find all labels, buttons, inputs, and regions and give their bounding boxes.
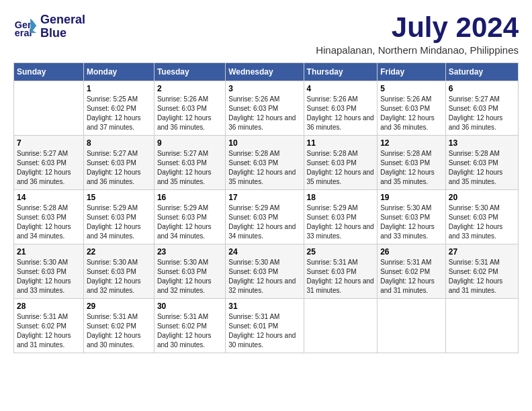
- calendar-table: SundayMondayTuesdayWednesdayThursdayFrid…: [13, 62, 519, 353]
- day-number: 17: [228, 193, 300, 202]
- day-info: Sunrise: 5:27 AMSunset: 6:03 PMDaylight:…: [17, 149, 81, 187]
- day-info: Sunrise: 5:31 AMSunset: 6:02 PMDaylight:…: [17, 312, 81, 350]
- day-info: Sunrise: 5:28 AMSunset: 6:03 PMDaylight:…: [380, 149, 443, 187]
- header: Gen eral General Blue July 2024 Hinapala…: [13, 13, 519, 56]
- week-row-2: 7Sunrise: 5:27 AMSunset: 6:03 PMDaylight…: [14, 136, 519, 190]
- day-number: 12: [380, 138, 443, 148]
- title-area: July 2024 Hinapalanan, Northern Mindanao…: [316, 13, 519, 56]
- day-cell: 17Sunrise: 5:29 AMSunset: 6:03 PMDayligh…: [226, 190, 304, 244]
- day-cell: 3Sunrise: 5:26 AMSunset: 6:03 PMDaylight…: [226, 81, 304, 136]
- day-number: 10: [228, 138, 300, 148]
- header-cell-monday: Monday: [83, 63, 154, 81]
- day-number: 8: [87, 138, 151, 148]
- subtitle: Hinapalanan, Northern Mindanao, Philippi…: [316, 44, 519, 56]
- day-number: 29: [87, 302, 151, 311]
- day-cell: 18Sunrise: 5:29 AMSunset: 6:03 PMDayligh…: [304, 190, 378, 244]
- day-number: 1: [87, 84, 151, 93]
- day-cell: 24Sunrise: 5:30 AMSunset: 6:03 PMDayligh…: [226, 244, 304, 299]
- day-info: Sunrise: 5:30 AMSunset: 6:03 PMDaylight:…: [380, 203, 443, 241]
- day-cell: 23Sunrise: 5:30 AMSunset: 6:03 PMDayligh…: [154, 244, 225, 299]
- header-cell-tuesday: Tuesday: [154, 63, 225, 81]
- day-cell: 13Sunrise: 5:28 AMSunset: 6:03 PMDayligh…: [445, 136, 518, 190]
- day-number: 31: [228, 302, 300, 311]
- week-row-3: 14Sunrise: 5:28 AMSunset: 6:03 PMDayligh…: [14, 190, 519, 244]
- day-info: Sunrise: 5:31 AMSunset: 6:02 PMDaylight:…: [449, 258, 515, 295]
- day-info: Sunrise: 5:31 AMSunset: 6:02 PMDaylight:…: [157, 312, 222, 350]
- day-info: Sunrise: 5:28 AMSunset: 6:03 PMDaylight:…: [17, 203, 81, 241]
- week-row-4: 21Sunrise: 5:30 AMSunset: 6:03 PMDayligh…: [14, 244, 519, 299]
- day-number: 13: [449, 138, 515, 148]
- day-info: Sunrise: 5:26 AMSunset: 6:03 PMDaylight:…: [228, 95, 300, 132]
- day-info: Sunrise: 5:31 AMSunset: 6:02 PMDaylight:…: [380, 258, 443, 295]
- day-cell: 14Sunrise: 5:28 AMSunset: 6:03 PMDayligh…: [14, 190, 84, 244]
- header-row: SundayMondayTuesdayWednesdayThursdayFrid…: [14, 63, 519, 81]
- day-info: Sunrise: 5:30 AMSunset: 6:03 PMDaylight:…: [87, 258, 151, 295]
- day-cell: 31Sunrise: 5:31 AMSunset: 6:01 PMDayligh…: [226, 299, 304, 353]
- day-info: Sunrise: 5:25 AMSunset: 6:02 PMDaylight:…: [87, 95, 151, 132]
- day-cell: 4Sunrise: 5:26 AMSunset: 6:03 PMDaylight…: [304, 81, 378, 136]
- day-cell: 27Sunrise: 5:31 AMSunset: 6:02 PMDayligh…: [445, 244, 518, 299]
- day-cell: 19Sunrise: 5:30 AMSunset: 6:03 PMDayligh…: [378, 190, 446, 244]
- day-number: 18: [307, 193, 375, 202]
- day-info: Sunrise: 5:30 AMSunset: 6:03 PMDaylight:…: [449, 203, 515, 241]
- day-info: Sunrise: 5:29 AMSunset: 6:03 PMDaylight:…: [307, 203, 375, 241]
- day-cell: 26Sunrise: 5:31 AMSunset: 6:02 PMDayligh…: [378, 244, 446, 299]
- day-number: 4: [307, 84, 375, 93]
- day-cell: 9Sunrise: 5:27 AMSunset: 6:03 PMDaylight…: [154, 136, 225, 190]
- day-number: 23: [157, 247, 222, 257]
- day-info: Sunrise: 5:29 AMSunset: 6:03 PMDaylight:…: [157, 203, 222, 241]
- day-number: 30: [157, 302, 222, 311]
- day-number: 14: [17, 193, 81, 202]
- day-number: 21: [17, 247, 81, 257]
- day-number: 27: [449, 247, 515, 257]
- svg-text:eral: eral: [15, 28, 32, 38]
- day-number: 6: [449, 84, 515, 93]
- day-cell: [445, 299, 518, 353]
- main-title: July 2024: [316, 13, 519, 42]
- day-info: Sunrise: 5:28 AMSunset: 6:03 PMDaylight:…: [449, 149, 515, 187]
- day-number: 28: [17, 302, 81, 311]
- day-cell: 25Sunrise: 5:31 AMSunset: 6:03 PMDayligh…: [304, 244, 378, 299]
- logo-icon: Gen eral: [13, 15, 38, 39]
- day-cell: 21Sunrise: 5:30 AMSunset: 6:03 PMDayligh…: [14, 244, 84, 299]
- day-cell: 15Sunrise: 5:29 AMSunset: 6:03 PMDayligh…: [83, 190, 154, 244]
- day-cell: 28Sunrise: 5:31 AMSunset: 6:02 PMDayligh…: [14, 299, 84, 353]
- logo-text: General Blue: [40, 13, 85, 40]
- day-cell: 10Sunrise: 5:28 AMSunset: 6:03 PMDayligh…: [226, 136, 304, 190]
- day-info: Sunrise: 5:28 AMSunset: 6:03 PMDaylight:…: [307, 149, 375, 187]
- day-info: Sunrise: 5:27 AMSunset: 6:03 PMDaylight:…: [87, 149, 151, 187]
- day-cell: [304, 299, 378, 353]
- day-cell: 16Sunrise: 5:29 AMSunset: 6:03 PMDayligh…: [154, 190, 225, 244]
- day-number: 2: [157, 84, 222, 93]
- day-cell: 20Sunrise: 5:30 AMSunset: 6:03 PMDayligh…: [445, 190, 518, 244]
- day-info: Sunrise: 5:31 AMSunset: 6:01 PMDaylight:…: [228, 312, 300, 350]
- day-cell: 11Sunrise: 5:28 AMSunset: 6:03 PMDayligh…: [304, 136, 378, 190]
- day-cell: 5Sunrise: 5:26 AMSunset: 6:03 PMDaylight…: [378, 81, 446, 136]
- day-info: Sunrise: 5:30 AMSunset: 6:03 PMDaylight:…: [228, 258, 300, 295]
- day-number: 24: [228, 247, 300, 257]
- day-number: 3: [228, 84, 300, 93]
- day-number: 25: [307, 247, 375, 257]
- day-info: Sunrise: 5:27 AMSunset: 6:03 PMDaylight:…: [449, 95, 515, 132]
- day-number: 5: [380, 84, 443, 93]
- day-number: 7: [17, 138, 81, 148]
- day-number: 26: [380, 247, 443, 257]
- day-info: Sunrise: 5:26 AMSunset: 6:03 PMDaylight:…: [380, 95, 443, 132]
- day-number: 22: [87, 247, 151, 257]
- day-info: Sunrise: 5:27 AMSunset: 6:03 PMDaylight:…: [157, 149, 222, 187]
- day-info: Sunrise: 5:30 AMSunset: 6:03 PMDaylight:…: [157, 258, 222, 295]
- day-info: Sunrise: 5:29 AMSunset: 6:03 PMDaylight:…: [228, 203, 300, 241]
- day-number: 20: [449, 193, 515, 202]
- header-cell-thursday: Thursday: [304, 63, 378, 81]
- day-cell: 1Sunrise: 5:25 AMSunset: 6:02 PMDaylight…: [83, 81, 154, 136]
- header-cell-friday: Friday: [378, 63, 446, 81]
- logo: Gen eral General Blue: [13, 13, 85, 40]
- day-cell: 29Sunrise: 5:31 AMSunset: 6:02 PMDayligh…: [83, 299, 154, 353]
- day-number: 19: [380, 193, 443, 202]
- day-cell: 7Sunrise: 5:27 AMSunset: 6:03 PMDaylight…: [14, 136, 84, 190]
- header-cell-wednesday: Wednesday: [226, 63, 304, 81]
- day-info: Sunrise: 5:26 AMSunset: 6:03 PMDaylight:…: [307, 95, 375, 132]
- header-cell-sunday: Sunday: [14, 63, 84, 81]
- day-cell: 6Sunrise: 5:27 AMSunset: 6:03 PMDaylight…: [445, 81, 518, 136]
- day-cell: 8Sunrise: 5:27 AMSunset: 6:03 PMDaylight…: [83, 136, 154, 190]
